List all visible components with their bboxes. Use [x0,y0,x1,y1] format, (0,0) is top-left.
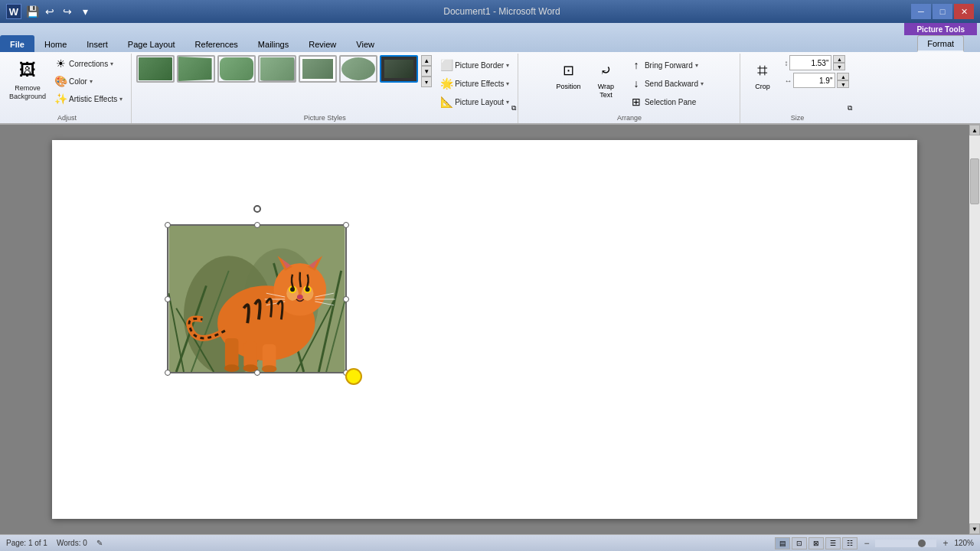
picture-border-button[interactable]: ⬜ Picture Border ▾ [436,57,513,73]
picture-layout-button[interactable]: 📐 Picture Layout ▾ [436,93,513,110]
height-input[interactable] [789,55,831,70]
scroll-up-button[interactable]: ▲ [969,125,980,135]
remove-background-icon: 🖼 [15,58,40,83]
handle-w[interactable] [165,296,171,302]
artistic-effects-icon: ✨ [54,93,67,105]
tab-insert[interactable]: Insert [77,35,118,52]
position-button[interactable]: ⊡ Position [551,55,586,94]
zoom-in-button[interactable]: + [942,538,948,549]
picture-tools-label: Picture Tools [904,23,977,35]
quick-access-more[interactable]: ▾ [77,4,93,19]
zoom-slider[interactable] [875,540,936,547]
web-layout-button[interactable]: ⊠ [808,537,824,549]
picture-styles-dialog-launcher[interactable]: ⧉ [511,104,516,112]
scroll-thumb[interactable] [970,158,979,204]
pic-style-6[interactable] [339,55,377,83]
height-spin-down[interactable]: ▼ [833,63,845,70]
picture-border-label: Picture Border [455,61,504,70]
zoom-out-button[interactable]: − [864,538,869,549]
full-screen-button[interactable]: ⊡ [792,537,807,549]
size-dialog-launcher[interactable]: ⧉ [848,104,852,112]
picture-effects-button[interactable]: 🌟 Picture Effects ▾ [436,75,513,92]
zoom-slider-thumb [918,540,926,547]
tab-references[interactable]: References [185,35,248,52]
group-picture-styles: ▲ ▼ ▾ ⬜ Picture Border ▾ 🌟 [132,54,518,123]
picture-border-dropdown[interactable]: ▾ [506,62,509,69]
artistic-effects-button[interactable]: ✨ Artistic Effects ▾ [51,90,126,107]
bring-forward-dropdown[interactable]: ▾ [695,62,698,69]
group-arrange-label: Arrange [518,114,740,122]
group-arrange: ⊡ Position ⤾ WrapText ↑ Bring Forward ▾ [518,54,740,123]
send-backward-dropdown[interactable]: ▾ [701,80,704,87]
color-dropdown[interactable]: ▾ [90,78,93,85]
resize-indicator[interactable] [345,368,362,385]
handle-e[interactable] [343,296,349,302]
redo-button[interactable]: ↪ [60,4,75,19]
tab-review[interactable]: Review [299,35,346,52]
height-spin-up[interactable]: ▲ [833,55,845,63]
width-spin-up[interactable]: ▲ [837,73,849,80]
wrap-text-button[interactable]: ⤾ WrapText [589,55,623,103]
gallery-scroll-down[interactable]: ▼ [421,66,432,77]
remove-background-button[interactable]: 🖼 RemoveBackground [8,55,47,104]
tab-mailings[interactable]: Mailings [248,35,299,52]
width-spin-down[interactable]: ▼ [837,80,849,88]
width-input[interactable] [793,73,835,88]
pic-style-5[interactable] [299,55,337,83]
outline-button[interactable]: ☰ [825,537,841,549]
tab-view[interactable]: View [346,35,384,52]
pic-style-3[interactable] [217,55,256,83]
scroll-track[interactable] [969,135,980,523]
corrections-button[interactable]: ☀ Corrections ▾ [51,55,126,72]
artistic-effects-dropdown[interactable]: ▾ [119,96,122,103]
position-label: Position [556,83,580,91]
artistic-effects-label: Artistic Effects [69,95,117,103]
group-size: ⌗ Crop ↕ ▲ ▼ ↔ [740,54,854,123]
group-size-label: Size [740,114,854,122]
handle-sw[interactable] [165,370,171,376]
print-layout-button[interactable]: ▤ [775,537,790,549]
save-button[interactable]: 💾 [24,4,40,19]
rotate-handle[interactable] [253,205,261,213]
crop-button[interactable]: ⌗ Crop [745,55,779,94]
height-spinner[interactable]: ▲ ▼ [833,55,845,70]
draft-button[interactable]: ☷ [842,537,858,549]
picture-layout-icon: 📐 [440,96,452,108]
color-button[interactable]: 🎨 Color ▾ [51,73,126,90]
words-status: Words: 0 [57,539,87,547]
color-label: Color [69,77,87,86]
corrections-dropdown[interactable]: ▾ [110,60,113,67]
svg-rect-32 [225,338,239,368]
document-scroll[interactable] [0,125,969,534]
undo-button[interactable]: ↩ [42,4,57,19]
bring-forward-button[interactable]: ↑ Bring Forward ▾ [626,57,707,73]
send-backward-icon: ↓ [630,77,642,90]
handle-n[interactable] [254,222,260,228]
scroll-down-button[interactable]: ▼ [969,523,980,534]
tab-pagelayout[interactable]: Page Layout [118,35,185,52]
right-scrollbar[interactable]: ▲ ▼ [969,125,980,534]
maximize-button[interactable]: □ [933,4,952,19]
handle-s[interactable] [254,370,260,376]
pic-style-4[interactable] [258,55,296,83]
selection-pane-button[interactable]: ⊞ Selection Pane [626,93,707,110]
minimize-button[interactable]: ─ [911,4,931,19]
handle-ne[interactable] [343,222,349,228]
close-button[interactable]: ✕ [954,4,974,19]
pic-style-7[interactable] [380,55,418,83]
picture-effects-dropdown[interactable]: ▾ [506,80,509,87]
width-spinner[interactable]: ▲ ▼ [837,73,849,88]
pic-style-1[interactable] [136,55,175,83]
gallery-more[interactable]: ▾ [421,77,432,87]
picture-layout-dropdown[interactable]: ▾ [506,99,509,106]
selected-image[interactable] [159,217,354,381]
gallery-scroll: ▲ ▼ ▾ [421,55,432,87]
gallery-scroll-up[interactable]: ▲ [421,55,432,66]
color-icon: 🎨 [54,75,67,87]
pic-style-2[interactable] [177,55,215,83]
tab-format[interactable]: Format [917,35,964,52]
send-backward-button[interactable]: ↓ Send Backward ▾ [626,75,707,92]
tab-file[interactable]: File [0,35,34,52]
handle-nw[interactable] [165,222,171,228]
tab-home[interactable]: Home [34,35,77,52]
